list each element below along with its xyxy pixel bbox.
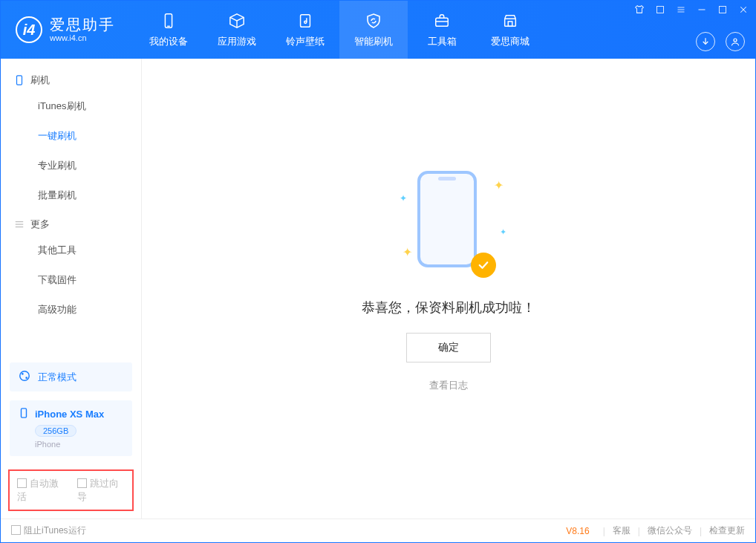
device-icon	[14, 75, 25, 85]
device-phone-icon	[19, 408, 29, 420]
block-itunes-checkbox[interactable]: 阻止iTunes运行	[11, 524, 86, 537]
svg-rect-0	[165, 14, 172, 27]
svg-rect-8	[505, 19, 516, 26]
auto-activate-checkbox[interactable]: 自动激活	[17, 477, 65, 504]
app-name: 爱思助手	[50, 16, 115, 33]
sidebar-item-advanced[interactable]: 高级功能	[35, 295, 141, 325]
nav-label: 铃声壁纸	[286, 35, 325, 48]
shirt-icon[interactable]	[633, 4, 645, 16]
ok-button[interactable]: 确定	[406, 333, 491, 362]
svg-rect-10	[657, 7, 664, 13]
flash-options-highlight: 自动激活 跳过向导	[8, 469, 134, 511]
sidebar-item-batch-flash[interactable]: 批量刷机	[35, 181, 141, 210]
sidebar-items-more: 其他工具 下载固件 高级功能	[1, 235, 141, 325]
phone-frame-icon	[417, 171, 477, 267]
svg-point-24	[20, 371, 29, 380]
logo-icon: i4	[16, 16, 42, 43]
nav-label: 智能刷机	[354, 35, 393, 48]
check-badge-icon	[471, 253, 496, 278]
sidebar-items-flash: iTunes刷机 一键刷机 专业刷机 批量刷机	[1, 91, 141, 210]
footer-link-update[interactable]: 检查更新	[709, 524, 745, 537]
sidebar-item-itunes-flash[interactable]: iTunes刷机	[35, 91, 141, 121]
mode-icon	[19, 370, 30, 384]
minimize-button[interactable]	[696, 4, 708, 16]
success-illustration: ✦ ✦ ✦ ✦	[404, 163, 493, 282]
main-nav: 我的设备 应用游戏 铃声壁纸 智能刷机 工具箱	[134, 1, 544, 59]
device-type: iPhone	[35, 440, 123, 449]
mode-indicator[interactable]: 正常模式	[10, 362, 132, 391]
square-icon[interactable]	[654, 4, 666, 16]
checkbox-icon	[17, 478, 27, 488]
nav-toolbox[interactable]: 工具箱	[408, 1, 476, 59]
svg-rect-20	[17, 76, 22, 85]
nav-smart-flash[interactable]: 智能刷机	[339, 1, 408, 59]
svg-point-25	[22, 373, 24, 375]
svg-point-19	[734, 39, 737, 42]
nav-label: 我的设备	[149, 35, 188, 48]
music-doc-icon	[296, 11, 315, 30]
nav-label: 工具箱	[428, 35, 457, 48]
sidebar-item-pro-flash[interactable]: 专业刷机	[35, 151, 141, 181]
sparkle-icon: ✦	[494, 178, 504, 192]
sidebar: 刷机 iTunes刷机 一键刷机 专业刷机 批量刷机 更多 其他工具 下载固件 …	[1, 59, 142, 518]
section-title: 刷机	[30, 74, 50, 87]
success-message: 恭喜您，保资料刷机成功啦！	[362, 299, 535, 316]
window-controls	[633, 4, 749, 16]
nav-ringtones-wallpapers[interactable]: 铃声壁纸	[271, 1, 339, 59]
checkbox-icon	[11, 525, 21, 535]
status-bar: 阻止iTunes运行 V8.16 | 客服 | 微信公众号 | 检查更新	[1, 518, 755, 542]
logo-text: 爱思助手 www.i4.cn	[50, 16, 115, 43]
device-storage-badge: 256GB	[35, 425, 76, 437]
footer-links: | 客服 | 微信公众号 | 检查更新	[603, 524, 745, 537]
title-bar: i4 爱思助手 www.i4.cn 我的设备 应用游戏 铃声壁纸	[1, 1, 755, 59]
store-icon	[501, 11, 520, 30]
sidebar-section-flash: 刷机	[1, 66, 141, 91]
toolbox-icon	[432, 11, 452, 30]
nav-store[interactable]: 爱思商城	[476, 1, 544, 59]
checkbox-icon	[77, 478, 87, 488]
device-name: iPhone XS Max	[35, 409, 104, 420]
sparkle-icon: ✦	[400, 193, 407, 204]
footer-link-support[interactable]: 客服	[613, 524, 630, 537]
nav-my-device[interactable]: 我的设备	[134, 1, 203, 59]
nav-label: 爱思商城	[491, 35, 529, 48]
svg-rect-15	[720, 7, 726, 13]
version-text: V8.16	[566, 526, 589, 536]
sparkle-icon: ✦	[403, 245, 412, 259]
device-panel[interactable]: iPhone XS Max 256GB iPhone	[10, 400, 132, 456]
mode-label: 正常模式	[38, 371, 76, 384]
svg-point-5	[304, 21, 307, 23]
list-icon	[14, 219, 25, 230]
maximize-button[interactable]	[717, 4, 729, 16]
phone-icon	[159, 11, 178, 30]
main-area: 刷机 iTunes刷机 一键刷机 专业刷机 批量刷机 更多 其他工具 下载固件 …	[1, 59, 755, 518]
sparkle-icon: ✦	[500, 227, 506, 237]
shield-refresh-icon	[364, 11, 383, 30]
section-title: 更多	[30, 218, 50, 231]
nav-apps-games[interactable]: 应用游戏	[203, 1, 271, 59]
header-actions	[696, 32, 745, 51]
svg-point-26	[25, 377, 27, 379]
sidebar-section-more: 更多	[1, 210, 141, 235]
svg-rect-9	[508, 22, 512, 26]
app-logo: i4 爱思助手 www.i4.cn	[1, 1, 128, 59]
view-log-link[interactable]: 查看日志	[429, 379, 468, 392]
footer-link-wechat[interactable]: 微信公众号	[648, 524, 692, 537]
cube-icon	[227, 11, 247, 30]
svg-rect-27	[22, 409, 27, 417]
skip-guide-checkbox[interactable]: 跳过向导	[77, 477, 126, 504]
sidebar-item-other-tools[interactable]: 其他工具	[35, 235, 141, 265]
sidebar-item-download-firmware[interactable]: 下载固件	[35, 265, 141, 295]
checkbox-label: 阻止iTunes运行	[24, 525, 86, 536]
content-area: ✦ ✦ ✦ ✦ 恭喜您，保资料刷机成功啦！ 确定 查看日志	[142, 59, 755, 518]
download-button[interactable]	[696, 32, 715, 51]
nav-label: 应用游戏	[218, 35, 256, 48]
close-button[interactable]	[737, 4, 749, 16]
app-url: www.i4.cn	[50, 33, 115, 43]
account-button[interactable]	[726, 32, 745, 51]
sidebar-item-onekey-flash[interactable]: 一键刷机	[35, 121, 141, 151]
menu-icon[interactable]	[675, 4, 687, 16]
svg-rect-6	[436, 18, 449, 26]
